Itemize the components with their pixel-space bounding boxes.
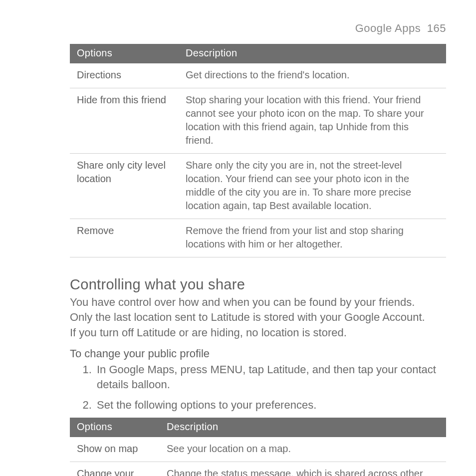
options-table-2: Options Description Show on map See your… <box>70 418 446 476</box>
t2-r0-desc: See your location on a map. <box>160 437 446 462</box>
t2-header-options: Options <box>70 418 160 437</box>
table-row: Remove Remove the friend from your list … <box>70 219 446 257</box>
steps-list: In Google Maps, press MENU, tap Latitude… <box>70 362 446 413</box>
table-row: Show on map See your location on a map. <box>70 437 446 462</box>
table-row: Directions Get directions to the friend'… <box>70 63 446 88</box>
t1-r0-option: Directions <box>70 63 179 88</box>
options-table-1: Options Description Directions Get direc… <box>70 44 446 257</box>
step-2: Set the following options to your prefer… <box>95 398 446 413</box>
table-row: Change your status Change the status mes… <box>70 462 446 476</box>
t2-r0-option: Show on map <box>70 437 160 462</box>
t2-header-description: Description <box>160 418 446 437</box>
t1-r1-option: Hide from this friend <box>70 88 179 154</box>
t1-header-description: Description <box>179 44 446 63</box>
table-row: Hide from this friend Stop sharing your … <box>70 88 446 154</box>
t1-r2-desc: Share only the city you are in, not the … <box>179 154 446 219</box>
section-body: You have control over how and when you c… <box>70 295 429 340</box>
t1-r1-desc: Stop sharing your location with this fri… <box>179 88 446 154</box>
table-row: Share only city level location Share onl… <box>70 154 446 219</box>
step-1: In Google Maps, press MENU, tap Latitude… <box>95 362 446 393</box>
t1-r2-option: Share only city level location <box>70 154 179 219</box>
header-section: Google Apps <box>355 22 421 34</box>
t2-r1-desc: Change the status message, which is shar… <box>160 462 446 476</box>
t1-r0-desc: Get directions to the friend's location. <box>179 63 446 88</box>
section-heading: Controlling what you share <box>70 276 446 293</box>
t1-r3-option: Remove <box>70 219 179 257</box>
page: Google Apps 165 Options Description Dire… <box>0 0 476 476</box>
t2-r1-option: Change your status <box>70 462 160 476</box>
running-header: Google Apps 165 <box>70 22 446 35</box>
t1-header-options: Options <box>70 44 179 63</box>
t1-r3-desc: Remove the friend from your list and sto… <box>179 219 446 257</box>
page-number: 165 <box>427 22 446 34</box>
sub-heading: To change your public profile <box>70 347 446 360</box>
